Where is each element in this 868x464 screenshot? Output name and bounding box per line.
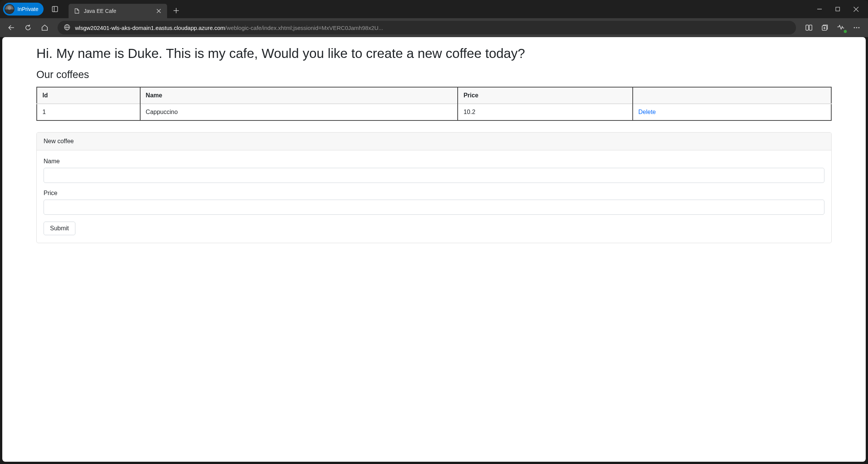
cell-name: Cappuccino: [140, 104, 458, 120]
col-id: Id: [37, 87, 140, 104]
maximize-button[interactable]: [829, 2, 847, 17]
coffee-table: Id Name Price 1 Cappuccino 10.2 Delete: [36, 87, 832, 121]
tab-actions-icon[interactable]: [48, 2, 62, 16]
url-path: /weblogic-cafe/index.xhtml;jsessionid=Mx…: [225, 25, 383, 31]
panel-header: New coffee: [37, 133, 831, 150]
settings-menu-button[interactable]: [849, 20, 864, 35]
inprivate-badge[interactable]: InPrivate: [3, 3, 44, 16]
delete-link[interactable]: Delete: [638, 109, 656, 115]
window-controls: [810, 2, 865, 17]
submit-button[interactable]: Submit: [44, 222, 75, 235]
table-row: 1 Cappuccino 10.2 Delete: [37, 104, 831, 120]
refresh-button[interactable]: [20, 20, 36, 35]
svg-rect-0: [52, 6, 58, 12]
price-input[interactable]: [44, 200, 824, 215]
svg-rect-7: [836, 7, 840, 11]
url-text: wlsgw202401-wls-aks-domain1.eastus.cloud…: [75, 25, 790, 31]
avatar-icon: [5, 4, 14, 14]
browser-window: InPrivate Java EE Cafe: [0, 0, 868, 464]
svg-rect-15: [809, 25, 812, 30]
home-button[interactable]: [37, 20, 52, 35]
collections-button[interactable]: [817, 20, 832, 35]
inprivate-label: InPrivate: [17, 6, 38, 12]
name-label: Name: [44, 158, 824, 165]
address-bar[interactable]: wlsgw202401-wls-aks-domain1.eastus.cloud…: [58, 21, 796, 34]
close-tab-button[interactable]: [154, 6, 163, 16]
close-window-button[interactable]: [847, 2, 865, 17]
browser-essentials-button[interactable]: [833, 20, 848, 35]
section-heading: Our coffees: [36, 69, 832, 81]
svg-point-19: [854, 27, 855, 28]
new-tab-button[interactable]: [170, 5, 182, 17]
globe-icon: [64, 24, 70, 32]
table-header-row: Id Name Price: [37, 87, 831, 104]
file-icon: [74, 8, 80, 14]
page-heading: Hi. My name is Duke. This is my cafe, Wo…: [36, 45, 832, 62]
svg-rect-14: [806, 25, 809, 30]
title-bar: InPrivate Java EE Cafe: [0, 0, 868, 18]
toolbar: wlsgw202401-wls-aks-domain1.eastus.cloud…: [0, 18, 868, 37]
status-dot-icon: [844, 30, 847, 33]
minimize-button[interactable]: [810, 2, 829, 17]
panel-body: Name Price Submit: [37, 150, 831, 243]
back-button[interactable]: [4, 20, 19, 35]
name-input[interactable]: [44, 168, 824, 183]
col-actions: [633, 87, 831, 104]
col-price: Price: [458, 87, 632, 104]
cell-id: 1: [37, 104, 140, 120]
browser-tab[interactable]: Java EE Cafe: [69, 4, 167, 18]
split-screen-button[interactable]: [801, 20, 816, 35]
new-coffee-panel: New coffee Name Price Submit: [36, 132, 832, 243]
cell-price: 10.2: [458, 104, 632, 120]
tab-title: Java EE Cafe: [84, 8, 150, 14]
svg-point-21: [858, 27, 859, 28]
url-host: wlsgw202401-wls-aks-domain1.eastus.cloud…: [75, 25, 225, 31]
page-content: Hi. My name is Duke. This is my cafe, Wo…: [2, 37, 866, 462]
svg-point-20: [856, 27, 857, 28]
col-name: Name: [140, 87, 458, 104]
price-label: Price: [44, 190, 824, 197]
